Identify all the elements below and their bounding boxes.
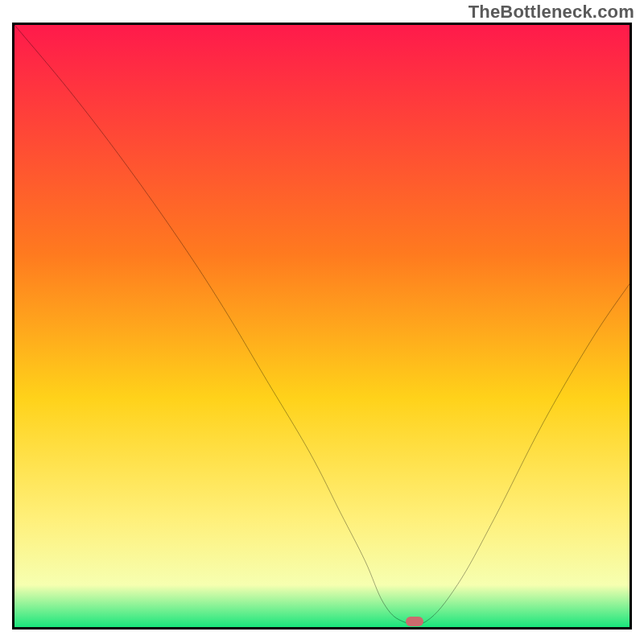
optimal-point-marker [406, 617, 423, 626]
chart-plot-area [12, 23, 632, 630]
chart-svg [14, 25, 630, 627]
chart-frame: TheBottleneck.com [0, 0, 644, 644]
gradient-background [14, 25, 630, 627]
watermark-text: TheBottleneck.com [469, 2, 634, 23]
